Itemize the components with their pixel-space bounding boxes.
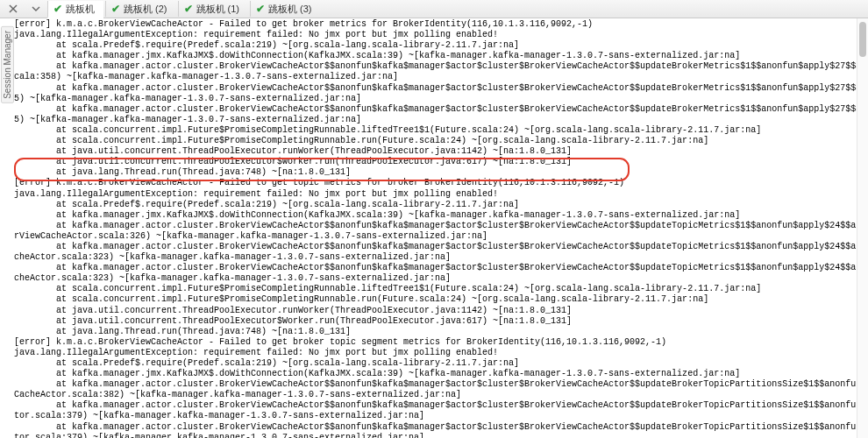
close-tab-button[interactable] (4, 1, 23, 17)
tab-label: 跳板机 (1) (196, 3, 240, 16)
tab-1[interactable]: ✔ 跳板机 (2) (105, 1, 176, 17)
tab-menu-button[interactable] (26, 1, 46, 17)
vertical-scrollbar[interactable] (857, 18, 868, 438)
scrollbar-thumb[interactable] (859, 22, 866, 57)
check-icon: ✔ (184, 4, 193, 14)
tab-3[interactable]: ✔ 跳板机 (3) (250, 1, 321, 17)
close-icon (9, 4, 18, 13)
terminal-tabbar: ✔ 跳板机 ✔ 跳板机 (2) ✔ 跳板机 (1) ✔ 跳板机 (3) (0, 0, 868, 18)
terminal-output[interactable]: [error] k.m.a.c.BrokerViewCacheActor - F… (12, 19, 868, 438)
check-icon: ✔ (53, 4, 62, 14)
tab-label: 跳板机 (3) (268, 3, 312, 16)
tab-2[interactable]: ✔ 跳板机 (1) (178, 1, 249, 17)
check-icon: ✔ (111, 4, 120, 14)
tab-0[interactable]: ✔ 跳板机 (47, 1, 103, 18)
tab-label: 跳板机 (66, 3, 95, 16)
tab-label: 跳板机 (2) (124, 3, 167, 16)
check-icon: ✔ (256, 4, 265, 14)
chevron-down-icon (32, 4, 40, 13)
